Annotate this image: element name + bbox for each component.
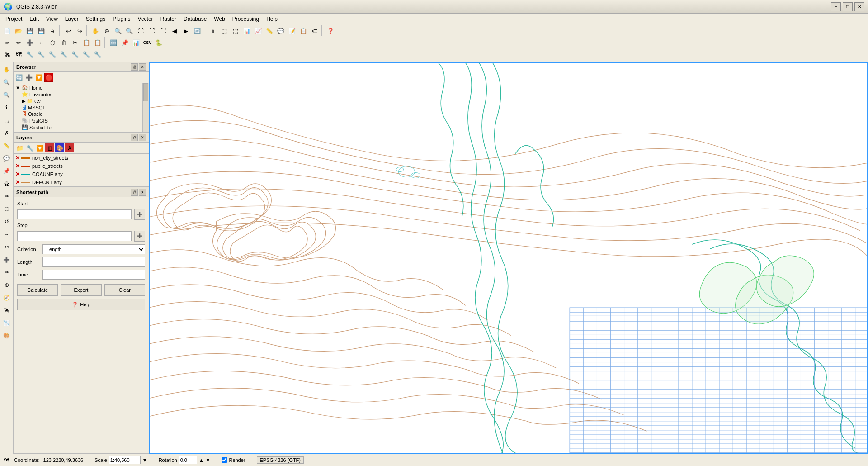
form-annotation-btn[interactable]: 📋 bbox=[298, 25, 309, 36]
label-tool-btn[interactable]: 🔤 bbox=[108, 37, 119, 48]
split-lt-btn[interactable]: ✂ bbox=[1, 241, 13, 253]
menu-item-help[interactable]: Help bbox=[263, 15, 281, 23]
time-input[interactable] bbox=[42, 270, 145, 280]
render-check-input[interactable] bbox=[222, 457, 227, 463]
new-project-btn[interactable]: 📄 bbox=[2, 25, 13, 36]
map-area[interactable] bbox=[149, 62, 868, 454]
snap-lt-btn[interactable]: ⊕ bbox=[1, 279, 13, 291]
minimize-button[interactable]: − bbox=[831, 2, 841, 11]
menu-item-settings[interactable]: Settings bbox=[82, 15, 109, 23]
annotation-lt-btn[interactable]: 💬 bbox=[1, 152, 13, 164]
browser-item-mssql[interactable]: 🗄 MSSQL bbox=[14, 105, 142, 111]
zoom-layer-btn[interactable]: ⛶ bbox=[146, 25, 157, 36]
pan-to-selection-btn[interactable]: ⊕ bbox=[101, 25, 112, 36]
measure-btn[interactable]: 📏 bbox=[264, 25, 275, 36]
vertex-lt-btn[interactable]: ⬡ bbox=[1, 203, 13, 215]
refresh-btn[interactable]: 🔄 bbox=[192, 25, 203, 36]
plugin-btn-7[interactable]: 🔧 bbox=[92, 49, 103, 60]
diagram-btn[interactable]: 📊 bbox=[131, 37, 142, 48]
layer-item-coaune[interactable]: ✕ COAUNE any bbox=[14, 170, 149, 178]
help-button[interactable]: ❓ Help bbox=[17, 299, 145, 310]
layers-float-btn[interactable]: ⎙ bbox=[131, 134, 138, 141]
save-as-btn[interactable]: 💾 bbox=[36, 25, 47, 36]
criterion-select[interactable]: Length Time bbox=[42, 244, 145, 254]
open-project-btn[interactable]: 📂 bbox=[13, 25, 24, 36]
rotate-lt-btn[interactable]: ↺ bbox=[1, 216, 13, 228]
close-button[interactable]: ✕ bbox=[854, 2, 864, 11]
start-input[interactable] bbox=[17, 209, 132, 219]
move-lt-btn[interactable]: ↔ bbox=[1, 228, 13, 240]
browser-item-oracle[interactable]: 🗄 Oracle bbox=[14, 111, 142, 117]
length-input[interactable] bbox=[42, 257, 145, 267]
copy-btn[interactable]: 📋 bbox=[81, 37, 92, 48]
node-tool-btn[interactable]: ⬡ bbox=[47, 37, 58, 48]
layers-color-btn[interactable]: 🎨 bbox=[55, 143, 64, 152]
add-feature-btn[interactable]: ➕ bbox=[24, 37, 35, 48]
layer-item-public-streets[interactable]: ✕ public_streets bbox=[14, 162, 149, 170]
gps-btn[interactable]: 🛰 bbox=[2, 49, 13, 60]
menu-item-project[interactable]: Project bbox=[2, 15, 26, 23]
select-lt-btn[interactable]: ⬚ bbox=[1, 114, 13, 126]
python-btn[interactable]: 🐍 bbox=[153, 37, 164, 48]
undo-btn[interactable]: ↩ bbox=[63, 25, 74, 36]
plugin-btn-4[interactable]: 🔧 bbox=[58, 49, 69, 60]
edit-lt-btn[interactable]: ✏ bbox=[1, 190, 13, 202]
route-lt-btn[interactable]: 🛣 bbox=[1, 178, 13, 190]
paste-btn[interactable]: 📋 bbox=[92, 37, 103, 48]
pin-btn[interactable]: 📌 bbox=[119, 37, 130, 48]
compass-lt-btn[interactable]: 🧭 bbox=[1, 292, 13, 304]
edit-btn[interactable]: ✏ bbox=[2, 37, 13, 48]
export-button[interactable]: Export bbox=[61, 284, 101, 296]
gps-lt-btn[interactable]: 🛰 bbox=[1, 304, 13, 316]
pan-map-btn[interactable]: ✋ bbox=[1, 64, 13, 76]
browser-close-btn[interactable]: ✕ bbox=[139, 63, 146, 71]
open-table-btn[interactable]: 📊 bbox=[241, 25, 252, 36]
plugin-btn-5[interactable]: 🔧 bbox=[70, 49, 80, 60]
select-btn[interactable]: ⬚ bbox=[219, 25, 230, 36]
path-float-btn[interactable]: ⎙ bbox=[131, 189, 138, 196]
scale-input[interactable] bbox=[109, 456, 141, 464]
plugin-btn-2[interactable]: 🔧 bbox=[36, 49, 47, 60]
plugin-btn-6[interactable]: 🔧 bbox=[81, 49, 92, 60]
layers-close-btn[interactable]: ✕ bbox=[139, 134, 146, 141]
layers-filter-btn[interactable]: 🔽 bbox=[35, 143, 44, 152]
layers-remove-btn[interactable]: 🗑 bbox=[45, 143, 54, 152]
graph-lt-btn[interactable]: 📉 bbox=[1, 317, 13, 329]
identify-btn[interactable]: ℹ bbox=[208, 25, 218, 36]
add-lt-btn[interactable]: ➕ bbox=[1, 254, 13, 266]
render-checkbox[interactable]: Render bbox=[222, 457, 245, 463]
deselect-btn[interactable]: ⬚ bbox=[230, 25, 241, 36]
menu-item-edit[interactable]: Edit bbox=[26, 15, 42, 23]
deselect-lt-btn[interactable]: ✗ bbox=[1, 127, 13, 139]
digitize-lt-btn[interactable]: ✏ bbox=[1, 266, 13, 278]
menu-item-database[interactable]: Database bbox=[180, 15, 210, 23]
zoom-out-lt-btn[interactable]: 🔍 bbox=[1, 89, 13, 101]
browser-item-spatialite[interactable]: 💾 SpatiaLite bbox=[14, 124, 142, 131]
epsg-button[interactable]: EPSG:4326 (OTF) bbox=[257, 456, 304, 464]
menu-item-layer[interactable]: Layer bbox=[61, 15, 82, 23]
pin-lt-btn[interactable]: 📌 bbox=[1, 165, 13, 177]
annotation-btn[interactable]: 💬 bbox=[275, 25, 286, 36]
save-project-btn[interactable]: 💾 bbox=[24, 25, 35, 36]
menu-item-plugins[interactable]: Plugins bbox=[109, 15, 134, 23]
zoom-in-lt-btn[interactable]: 🔍 bbox=[1, 76, 13, 88]
layer-item-depcnt[interactable]: ✕ DEPCNT any bbox=[14, 178, 149, 186]
label-btn[interactable]: 🏷 bbox=[309, 25, 320, 36]
clear-button[interactable]: Clear bbox=[104, 284, 145, 296]
browser-refresh-btn[interactable]: 🔄 bbox=[14, 73, 24, 82]
cut-btn[interactable]: ✂ bbox=[70, 37, 80, 48]
rotation-up-icon[interactable]: ▲ bbox=[199, 457, 204, 463]
layers-delete-btn[interactable]: ✗ bbox=[65, 143, 74, 152]
zoom-in-btn[interactable]: 🔍 bbox=[113, 25, 123, 36]
zoom-full-btn[interactable]: ⛶ bbox=[135, 25, 146, 36]
menu-item-processing[interactable]: Processing bbox=[229, 15, 263, 23]
browser-collapse-btn[interactable]: 🔴 bbox=[44, 73, 53, 82]
browser-filter-btn[interactable]: 🔽 bbox=[34, 73, 43, 82]
stat-summary-btn[interactable]: 📈 bbox=[253, 25, 264, 36]
browser-item-c-drive[interactable]: ▶ 📁 C:/ bbox=[14, 98, 142, 105]
layer-item-non-city-streets[interactable]: ✕ non_city_streets bbox=[14, 154, 149, 162]
menu-item-raster[interactable]: Raster bbox=[157, 15, 180, 23]
path-close-btn[interactable]: ✕ bbox=[139, 189, 146, 196]
style-lt-btn[interactable]: 🎨 bbox=[1, 330, 13, 342]
start-crosshair-btn[interactable]: ✛ bbox=[134, 209, 145, 220]
